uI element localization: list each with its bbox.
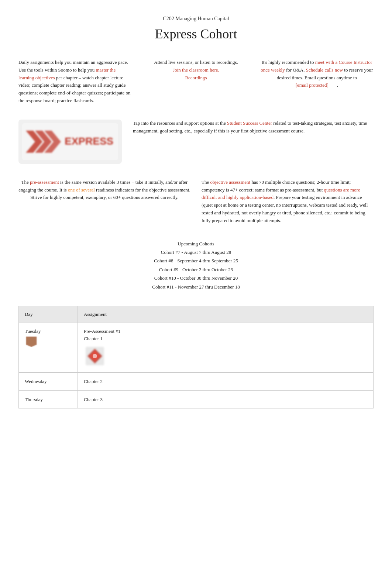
express-logo: EXPRESS — [18, 120, 122, 164]
page-header: C202 Managing Human Capital Express Coho… — [18, 15, 374, 44]
email-domain-blurred — [329, 82, 337, 89]
intro-col3-text1: It's highly recommended to — [261, 59, 315, 65]
day-cell-tuesday: Tuesday — [19, 323, 78, 373]
svg-point-8 — [93, 354, 97, 358]
intro-col3-text2: for Q&A. — [285, 67, 306, 73]
assessment-section: The pre-assessment is the same version a… — [18, 179, 374, 225]
intro-col2: Attend live sessions, or listen to recor… — [139, 59, 252, 82]
join-classroom-link[interactable]: Join the classroom here. — [173, 67, 219, 73]
student-success-link[interactable]: Student Success Center — [227, 120, 272, 126]
objective-assessment-link[interactable]: objective assessment — [210, 179, 250, 185]
chapter1-icon — [84, 345, 106, 367]
table-row: Wednesday Chapter 2 — [19, 373, 374, 391]
recordings-link[interactable]: Recordings — [185, 75, 207, 80]
schedule-table: Day Assignment Tuesday — [18, 306, 374, 409]
obj-assess-text1: The — [202, 179, 210, 185]
one-of-several-link[interactable]: one of several — [68, 187, 95, 193]
page-title: Express Cohort — [18, 24, 374, 44]
intro-col2-text: Attend live sessions, or listen to recor… — [154, 59, 238, 65]
cohorts-title: Upcoming Cohorts — [18, 239, 374, 248]
day-label-wednesday: Wednesday — [25, 379, 47, 384]
intro-col3: It's highly recommended to meet with a C… — [260, 59, 374, 89]
assignment-cell-wednesday: Chapter 2 — [78, 373, 374, 391]
day-label-tuesday: Tuesday — [25, 328, 41, 334]
day-label-thursday: Thursday — [25, 397, 43, 402]
assignment-label-ch1: Chapter 1 — [84, 335, 367, 342]
col-header-day: Day — [19, 306, 78, 323]
page-container: C202 Managing Human Capital Express Coho… — [0, 0, 392, 438]
assignment-label-ch2: Chapter 2 — [84, 379, 103, 384]
schedule-calls-link[interactable]: Schedule calls now — [306, 67, 343, 73]
objective-assessment-col: The objective assessment has 70 multiple… — [202, 179, 374, 225]
intro-col3-period: . — [337, 82, 338, 88]
support-text: Tap into the resources and support optio… — [133, 120, 374, 135]
pre-assess-text1: The — [21, 179, 30, 185]
page-subtitle: C202 Managing Human Capital — [18, 15, 374, 23]
day-cell-thursday: Thursday — [19, 390, 78, 408]
assignment-label-preassess: Pre-Assessment #1 — [84, 328, 367, 335]
cohort-item-4: Cohort #11 - November 27 thru December 1… — [18, 283, 374, 291]
upcoming-cohorts-section: Upcoming Cohorts Cohort #7 - August 7 th… — [18, 239, 374, 291]
col-header-assignment: Assignment — [78, 306, 374, 323]
assignment-label-ch3: Chapter 3 — [84, 397, 103, 402]
table-row: Thursday Chapter 3 — [19, 390, 374, 408]
cohort-item-3: Cohort #10 - October 30 thru November 20 — [18, 274, 374, 282]
mid-section: EXPRESS Tap into the resources and suppo… — [18, 120, 374, 164]
cohort-item-0: Cohort #7 - August 7 thru August 28 — [18, 248, 374, 256]
day-cell-wednesday: Wednesday — [19, 373, 78, 391]
svg-text:EXPRESS: EXPRESS — [65, 135, 113, 147]
tuesday-icon — [25, 337, 39, 348]
intro-col1: Daily assignments help you maintain an a… — [18, 59, 132, 105]
assignment-cell-tuesday: Pre-Assessment #1 Chapter 1 — [78, 323, 374, 373]
cohort-item-2: Cohort #9 - October 2 thru October 23 — [18, 265, 374, 274]
email-link[interactable]: [email protected] — [296, 82, 329, 88]
pre-assessment-col: The pre-assessment is the same version a… — [18, 179, 190, 201]
table-row: Tuesday Pre-Assessment #1 — [19, 323, 374, 373]
cohort-item-1: Cohort #8 - September 4 thru September 2… — [18, 256, 374, 265]
support-text1: Tap into the resources and support optio… — [133, 120, 227, 126]
intro-section: Daily assignments help you maintain an a… — [18, 59, 374, 105]
pre-assessment-link[interactable]: pre-assessment — [30, 179, 59, 185]
assignment-cell-thursday: Chapter 3 — [78, 390, 374, 408]
